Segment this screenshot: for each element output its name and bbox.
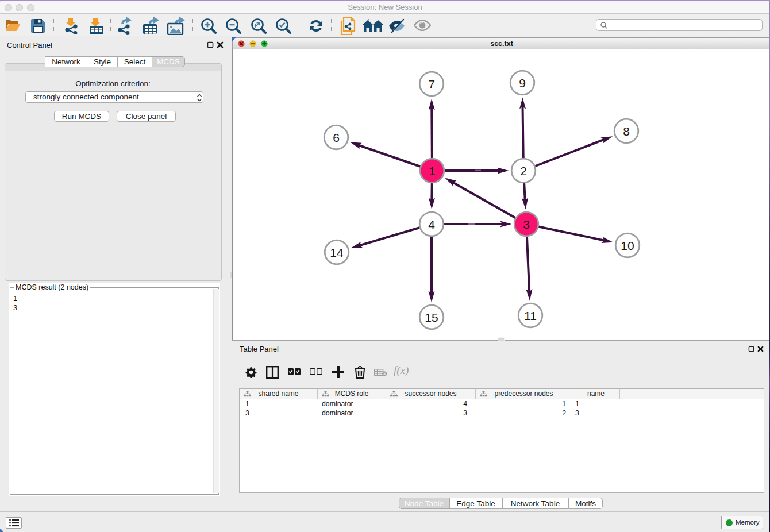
svg-text:2: 2 <box>520 164 527 178</box>
svg-text:3: 3 <box>523 218 530 231</box>
svg-text:11: 11 <box>524 309 537 322</box>
svg-text:9: 9 <box>519 76 526 90</box>
svg-text:6: 6 <box>333 131 340 144</box>
svg-text:4: 4 <box>428 218 435 231</box>
svg-text:15: 15 <box>425 311 438 324</box>
svg-text:8: 8 <box>623 125 630 138</box>
svg-text:1: 1 <box>429 164 436 178</box>
svg-text:10: 10 <box>621 239 634 252</box>
svg-text:14: 14 <box>330 246 344 259</box>
svg-text:7: 7 <box>428 78 435 91</box>
